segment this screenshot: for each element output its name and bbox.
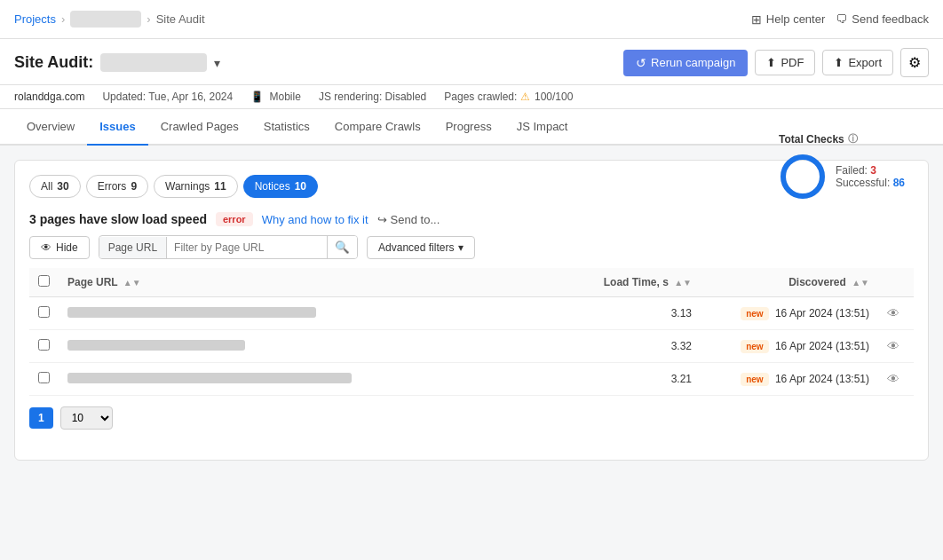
breadcrumb-sep1: › — [61, 12, 65, 26]
url-blur-3 — [67, 373, 352, 383]
send-to-link[interactable]: ↪ Send to... — [377, 213, 440, 226]
hide-button[interactable]: 👁 Hide — [29, 236, 90, 259]
pdf-button[interactable]: ⬆ PDF — [755, 50, 815, 75]
table-controls: 👁 Hide Page URL 🔍 Advanced filters ▾ — [29, 235, 914, 259]
url-cell-2 — [59, 330, 576, 363]
new-badge-3: new — [741, 373, 768, 386]
help-icon: ⊞ — [751, 12, 762, 27]
export-icon: ⬆ — [834, 56, 844, 69]
rerun-campaign-button[interactable]: ↺ Rerun campaign — [623, 50, 748, 76]
export-button[interactable]: ⬆ Export — [822, 50, 893, 75]
top-bar: Projects › › Site Audit ⊞ Help center 🗨 … — [0, 0, 943, 39]
device-label: 📱 Mobile — [250, 91, 301, 103]
refresh-icon: ↺ — [636, 56, 646, 70]
view-cell-2: 👁 — [878, 330, 914, 363]
advanced-filters-button[interactable]: Advanced filters ▾ — [367, 236, 475, 259]
tab-crawled-pages[interactable]: Crawled Pages — [148, 109, 251, 146]
issue-row: Total Checks ⓘ Failed: — [29, 212, 914, 433]
row-checkbox-2[interactable] — [38, 339, 50, 351]
projects-link[interactable]: Projects — [14, 12, 56, 26]
sort-icon-loadtime[interactable]: ▲▼ — [674, 278, 692, 288]
total-checks-box: Total Checks ⓘ Failed: — [779, 132, 905, 201]
tab-js-impact[interactable]: JS Impact — [504, 109, 581, 146]
page-1-button[interactable]: 1 — [29, 407, 53, 429]
updated-label: Updated: Tue, Apr 16, 2024 — [102, 91, 233, 103]
view-cell-3: 👁 — [878, 363, 914, 396]
filter-tab-notices[interactable]: Notices 10 — [243, 175, 318, 198]
meta-bar: rolanddga.com Updated: Tue, Apr 16, 2024… — [0, 85, 943, 109]
sort-icon-url[interactable]: ▲▼ — [123, 278, 141, 288]
send-to-icon: ↪ — [377, 213, 387, 226]
help-center-link[interactable]: ⊞ Help center — [751, 12, 825, 27]
pagination: 1 10 25 50 100 — [29, 396, 914, 433]
main-content: All 30 Errors 9 Warnings 11 Notices 10 T… — [0, 146, 943, 475]
pdf-icon: ⬆ — [766, 56, 776, 69]
tab-issues[interactable]: Issues — [87, 109, 147, 146]
row-checkbox-3[interactable] — [38, 372, 50, 383]
issue-badge: error — [216, 212, 253, 226]
search-input[interactable] — [167, 237, 327, 258]
fix-link[interactable]: Why and how to fix it — [262, 213, 368, 226]
page-url-label: Page URL — [99, 237, 167, 258]
load-time-cell-3: 3.21 — [576, 363, 701, 396]
table-row: 3.32 new 16 Apr 2024 (13:51) 👁 — [29, 330, 914, 363]
svg-point-1 — [783, 157, 822, 196]
issue-title-row: 3 pages have slow load speed error Why a… — [29, 212, 914, 226]
pages-crawled: Pages crawled: ⚠ 100/100 — [444, 91, 573, 103]
site-audit-label: Site Audit: — [14, 53, 93, 72]
search-bar: Page URL 🔍 — [99, 235, 358, 259]
sort-icon-discovered[interactable]: ▲▼ — [852, 278, 869, 288]
feedback-icon: 🗨 — [836, 12, 847, 26]
new-badge-1: new — [741, 307, 768, 320]
search-button[interactable]: 🔍 — [327, 236, 357, 258]
view-button-2[interactable]: 👁 — [887, 339, 899, 353]
tab-overview[interactable]: Overview — [14, 109, 87, 146]
table-row: 3.21 new 16 Apr 2024 (13:51) 👁 — [29, 363, 914, 396]
row-checkbox-1[interactable] — [38, 306, 50, 318]
top-bar-actions: ⊞ Help center 🗨 Send feedback — [751, 12, 929, 27]
issue-title: 3 pages have slow load speed — [29, 212, 207, 226]
filter-tab-all[interactable]: All 30 — [29, 175, 81, 198]
table-row: 3.13 new 16 Apr 2024 (13:51) 👁 — [29, 297, 914, 330]
load-time-cell-2: 3.32 — [576, 330, 701, 363]
select-all-header — [29, 268, 59, 297]
failed-stat: Failed: 3 — [836, 164, 905, 177]
select-all-checkbox[interactable] — [38, 275, 50, 287]
new-badge-2: new — [741, 340, 768, 353]
view-button-1[interactable]: 👁 — [887, 306, 899, 320]
tab-statistics[interactable]: Statistics — [251, 109, 322, 146]
per-page-select[interactable]: 10 25 50 100 — [60, 406, 113, 430]
discovered-column-header: Discovered ▲▼ — [701, 268, 878, 297]
chevron-down-icon: ▾ — [458, 241, 464, 254]
discovered-cell-3: new 16 Apr 2024 (13:51) — [701, 363, 878, 396]
site-audit-breadcrumb: Site Audit — [156, 12, 205, 26]
js-rendering-label: JS rendering: Disabled — [319, 91, 426, 103]
donut-chart — [779, 153, 827, 201]
view-cell-1: 👁 — [878, 297, 914, 330]
discovered-cell-2: new 16 Apr 2024 (13:51) — [701, 330, 878, 363]
settings-icon: ⚙ — [908, 54, 921, 71]
donut-stats: Failed: 3 Successful: 86 — [836, 164, 905, 189]
mobile-icon: 📱 — [250, 91, 264, 103]
filter-tab-errors[interactable]: Errors 9 — [86, 175, 148, 198]
data-table: Page URL ▲▼ Load Time, s ▲▼ Discovered ▲… — [29, 268, 914, 396]
load-time-cell-1: 3.13 — [576, 297, 701, 330]
successful-stat: Successful: 86 — [836, 177, 905, 189]
breadcrumb: Projects › › Site Audit — [14, 11, 205, 28]
site-dropdown-arrow[interactable]: ▾ — [214, 56, 220, 70]
send-feedback-button[interactable]: 🗨 Send feedback — [836, 12, 929, 26]
tab-progress[interactable]: Progress — [433, 109, 504, 146]
discovered-cell-1: new 16 Apr 2024 (13:51) — [701, 297, 878, 330]
site-header-left: Site Audit: ▾ — [14, 53, 220, 72]
site-url: rolanddga.com — [14, 91, 84, 103]
tab-compare-crawls[interactable]: Compare Crawls — [322, 109, 433, 146]
site-name-pill — [100, 53, 207, 72]
warning-icon: ⚠ — [520, 91, 530, 103]
view-button-3[interactable]: 👁 — [887, 372, 899, 386]
url-blur-1 — [67, 307, 316, 318]
load-time-column-header: Load Time, s ▲▼ — [576, 268, 701, 297]
donut-container: Failed: 3 Successful: 86 — [779, 153, 905, 201]
filter-tab-warnings[interactable]: Warnings 11 — [154, 175, 238, 198]
site-header: Site Audit: ▾ ↺ Rerun campaign ⬆ PDF ⬆ E… — [0, 39, 943, 85]
settings-button[interactable]: ⚙ — [900, 48, 929, 77]
